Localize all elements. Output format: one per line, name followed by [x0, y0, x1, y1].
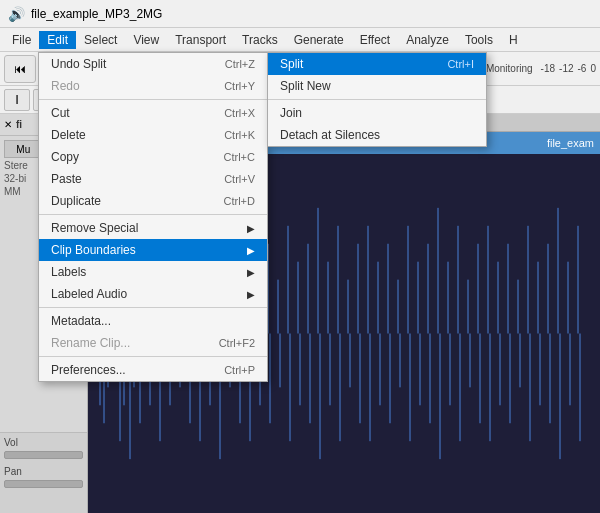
mute-button[interactable]: Mu — [4, 140, 43, 158]
split-new-label: Split New — [280, 79, 331, 93]
clip-boundaries-label: Clip Boundaries — [51, 243, 136, 257]
monitoring-level-neg6: -6 — [578, 63, 587, 74]
menu-undo-split[interactable]: Undo Split Ctrl+Z — [39, 53, 267, 75]
clip-boundaries-arrow: ▶ — [247, 245, 255, 256]
menu-view[interactable]: View — [125, 31, 167, 49]
track1-name-label: fi — [16, 119, 22, 130]
title-bar-text: file_example_MP3_2MG — [31, 7, 162, 21]
rename-clip-label: Rename Clip... — [51, 336, 130, 350]
paste-label: Paste — [51, 172, 82, 186]
menu-redo[interactable]: Redo Ctrl+Y — [39, 75, 267, 97]
separator-4 — [39, 356, 267, 357]
volume-label: Vol — [4, 437, 83, 448]
redo-shortcut: Ctrl+Y — [224, 80, 255, 92]
edit-menu-dropdown: Undo Split Ctrl+Z Redo Ctrl+Y Cut Ctrl+X… — [38, 52, 268, 382]
track2-title-text: file_exam — [547, 137, 594, 149]
separator-1 — [39, 99, 267, 100]
pan-label: Pan — [4, 466, 83, 477]
preferences-label: Preferences... — [51, 363, 126, 377]
menu-labels[interactable]: Labels ▶ — [39, 261, 267, 283]
cut-shortcut: Ctrl+X — [224, 107, 255, 119]
menu-edit[interactable]: Edit — [39, 31, 76, 49]
remove-special-arrow: ▶ — [247, 223, 255, 234]
volume-slider[interactable] — [4, 451, 83, 459]
menu-duplicate[interactable]: Duplicate Ctrl+D — [39, 190, 267, 212]
detach-silences-label: Detach at Silences — [280, 128, 380, 142]
copy-label: Copy — [51, 150, 79, 164]
menu-metadata[interactable]: Metadata... — [39, 310, 267, 332]
monitoring-level-0: 0 — [590, 63, 596, 74]
preferences-shortcut: Ctrl+P — [224, 364, 255, 376]
monitoring-label: Monitoring — [486, 63, 533, 74]
menu-select[interactable]: Select — [76, 31, 125, 49]
menu-generate[interactable]: Generate — [286, 31, 352, 49]
menu-rename-clip[interactable]: Rename Clip... Ctrl+F2 — [39, 332, 267, 354]
metadata-label: Metadata... — [51, 314, 111, 328]
menu-paste[interactable]: Paste Ctrl+V — [39, 168, 267, 190]
separator-2 — [39, 214, 267, 215]
monitoring-section: Monitoring -18 -12 -6 0 — [486, 63, 596, 74]
menu-clip-boundaries[interactable]: Clip Boundaries ▶ — [39, 239, 267, 261]
delete-shortcut: Ctrl+K — [224, 129, 255, 141]
title-bar: 🔊 file_example_MP3_2MG — [0, 0, 600, 28]
menu-cut[interactable]: Cut Ctrl+X — [39, 102, 267, 124]
cut-label: Cut — [51, 106, 70, 120]
menu-transport[interactable]: Transport — [167, 31, 234, 49]
labels-label: Labels — [51, 265, 86, 279]
delete-label: Delete — [51, 128, 86, 142]
remove-special-label: Remove Special — [51, 221, 138, 235]
clip-boundaries-submenu: Split Ctrl+I Split New Join Detach at Si… — [267, 52, 487, 147]
app-icon: 🔊 — [8, 6, 25, 22]
labels-arrow: ▶ — [247, 267, 255, 278]
menu-tracks[interactable]: Tracks — [234, 31, 286, 49]
submenu-join[interactable]: Join — [268, 102, 486, 124]
separator-3 — [39, 307, 267, 308]
labeled-audio-arrow: ▶ — [247, 289, 255, 300]
undo-split-label: Undo Split — [51, 57, 106, 71]
copy-shortcut: Ctrl+C — [224, 151, 255, 163]
submenu-split[interactable]: Split Ctrl+I — [268, 53, 486, 75]
monitoring-level-neg18: -18 — [541, 63, 555, 74]
menu-labeled-audio[interactable]: Labeled Audio ▶ — [39, 283, 267, 305]
join-label: Join — [280, 106, 302, 120]
menu-bar: File Edit Select View Transport Tracks G… — [0, 28, 600, 52]
split-shortcut: Ctrl+I — [447, 58, 474, 70]
menu-tools[interactable]: Tools — [457, 31, 501, 49]
submenu-detach-silences[interactable]: Detach at Silences — [268, 124, 486, 146]
rewind-button[interactable]: ⏮ — [4, 55, 36, 83]
menu-analyze[interactable]: Analyze — [398, 31, 457, 49]
labeled-audio-label: Labeled Audio — [51, 287, 127, 301]
split-label: Split — [280, 57, 303, 71]
cursor-tool-button[interactable]: I — [4, 89, 30, 111]
menu-remove-special[interactable]: Remove Special ▶ — [39, 217, 267, 239]
track1-close-btn[interactable]: ✕ — [4, 119, 12, 130]
submenu-split-new[interactable]: Split New — [268, 75, 486, 97]
redo-label: Redo — [51, 79, 80, 93]
menu-file[interactable]: File — [4, 31, 39, 49]
menu-preferences[interactable]: Preferences... Ctrl+P — [39, 359, 267, 381]
menu-effect[interactable]: Effect — [352, 31, 398, 49]
rename-clip-shortcut: Ctrl+F2 — [219, 337, 255, 349]
paste-shortcut: Ctrl+V — [224, 173, 255, 185]
pan-slider[interactable] — [4, 480, 83, 488]
volume-pan-area: Vol Pan — [0, 433, 87, 513]
monitoring-level-neg12: -12 — [559, 63, 573, 74]
menu-copy[interactable]: Copy Ctrl+C — [39, 146, 267, 168]
menu-help[interactable]: H — [501, 31, 526, 49]
submenu-separator-1 — [268, 99, 486, 100]
menu-delete[interactable]: Delete Ctrl+K — [39, 124, 267, 146]
duplicate-label: Duplicate — [51, 194, 101, 208]
duplicate-shortcut: Ctrl+D — [224, 195, 255, 207]
undo-split-shortcut: Ctrl+Z — [225, 58, 255, 70]
